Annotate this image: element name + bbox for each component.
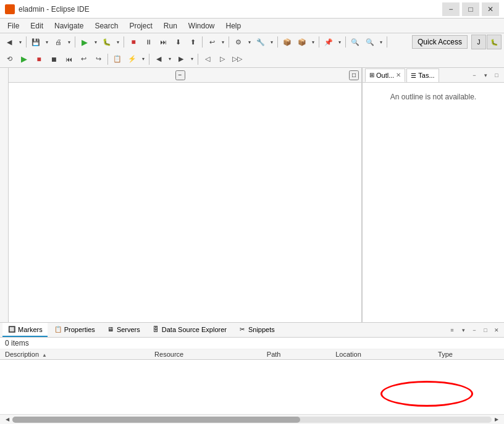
tb2-lightning-arrow[interactable]: ▾ — [140, 52, 146, 66]
quick-access-button[interactable]: Quick Access — [412, 35, 468, 49]
tb2-nav-right-arrow[interactable]: ▾ — [189, 52, 195, 66]
tb2-nav-right-btn[interactable]: ▶ — [174, 52, 188, 66]
scrollbar-area: ◀ ▶ — [0, 414, 504, 424]
minimize-button[interactable]: − — [442, 2, 460, 16]
tab-markers[interactable]: 🔲 Markers — [2, 323, 48, 337]
menu-edit[interactable]: Edit — [25, 19, 48, 33]
snippets-tab-label: Snippets — [248, 326, 275, 333]
panel-minimize-btn[interactable]: − — [469, 70, 479, 80]
tb-package-btn[interactable]: 📦 — [280, 35, 294, 49]
tb-tools-arrow[interactable]: ▾ — [269, 35, 275, 49]
tb2-stop2-btn[interactable]: ⏹ — [47, 52, 61, 66]
tb-settings-btn[interactable]: ⚙ — [232, 35, 245, 49]
bottom-chevron-btn[interactable]: ▾ — [458, 325, 468, 335]
col-location-label: Location — [335, 351, 361, 358]
sep9 — [387, 36, 387, 48]
bottom-close-btn[interactable]: ✕ — [492, 325, 502, 335]
tb2-undo-btn[interactable]: ↩ — [77, 52, 90, 66]
col-description[interactable]: Description ▲ — [0, 349, 149, 360]
menu-window[interactable]: Window — [183, 19, 220, 33]
panel-chevron-btn[interactable]: ▾ — [481, 70, 490, 80]
tb-search-btn[interactable]: 🔍 — [348, 35, 362, 49]
tb-package2-btn[interactable]: 📦 — [295, 35, 309, 49]
tb-step-into-btn[interactable]: ⬇ — [171, 35, 185, 49]
tb-settings-arrow[interactable]: ▾ — [246, 35, 253, 49]
tb2-redo-btn[interactable]: ↪ — [91, 52, 105, 66]
tb-search-arrow[interactable]: ▾ — [378, 35, 384, 49]
tab-snippets[interactable]: ✂ Snippets — [233, 323, 280, 337]
menu-file[interactable]: File — [2, 19, 24, 33]
menu-help[interactable]: Help — [221, 19, 246, 33]
tb-debug-arrow[interactable]: ▾ — [115, 35, 121, 49]
tab-servers[interactable]: 🖥 Servers — [101, 323, 145, 337]
editor-content[interactable] — [9, 83, 361, 322]
tb-back-btn[interactable]: ◀ — [2, 35, 16, 49]
tb2-nav-left-arrow[interactable]: ▾ — [167, 52, 173, 66]
sep12 — [198, 54, 198, 65]
tb-pause-btn[interactable]: ⏸ — [141, 35, 155, 49]
tb-refresh-arrow[interactable]: ▾ — [220, 35, 226, 49]
perspective-debug-btn[interactable]: 🐛 — [487, 35, 502, 49]
editor-minimize-button[interactable]: − — [175, 70, 185, 80]
tb-print-btn[interactable]: 🖨 — [51, 35, 65, 49]
bottom-maximize-btn[interactable]: □ — [481, 325, 490, 335]
tb-run-arrow[interactable]: ▾ — [93, 35, 99, 49]
col-description-label: Description — [5, 351, 39, 358]
horizontal-scrollbar[interactable] — [12, 417, 492, 423]
tab-tasks[interactable]: ☰ Tas... — [406, 69, 439, 82]
tab-outline[interactable]: ⊞ Outl... ✕ — [365, 69, 405, 82]
menu-run[interactable]: Run — [159, 19, 182, 33]
sep11 — [149, 54, 149, 65]
tb2-sync-btn[interactable]: ⟲ — [2, 52, 16, 66]
tb-tools-btn[interactable]: 🔧 — [254, 35, 267, 49]
servers-tab-label: Servers — [117, 326, 140, 333]
tb-pin-btn[interactable]: 📌 — [322, 35, 335, 49]
perspective-java-btn[interactable]: J — [471, 35, 486, 49]
tb-run-btn[interactable]: ▶ — [78, 35, 91, 49]
menu-search[interactable]: Search — [90, 19, 123, 33]
tb2-forward2-btn[interactable]: ▷▷ — [230, 52, 244, 66]
sep6 — [277, 36, 278, 48]
tb-stop-btn[interactable]: ■ — [127, 35, 140, 49]
tb2-nav-left-btn[interactable]: ◀ — [152, 52, 166, 66]
tasks-tab-label: Tas... — [418, 72, 434, 79]
tb2-stop-btn[interactable]: ■ — [32, 52, 46, 66]
perspective-buttons: J 🐛 — [471, 35, 502, 49]
menu-project[interactable]: Project — [124, 19, 157, 33]
tb2-forward-btn[interactable]: ▷ — [216, 52, 229, 66]
editor-maximize-button[interactable]: □ — [349, 70, 359, 80]
tb-save-btn[interactable]: 💾 — [29, 35, 43, 49]
panel-maximize-btn[interactable]: □ — [492, 70, 502, 80]
tb-search2-btn[interactable]: 🔍 — [363, 35, 377, 49]
tb2-lightning-btn[interactable]: ⚡ — [125, 52, 139, 66]
menu-navigate[interactable]: Navigate — [49, 19, 88, 33]
bottom-filter-btn[interactable]: ≡ — [447, 325, 457, 335]
restore-button[interactable]: □ — [462, 2, 479, 16]
tab-data-source[interactable]: 🗄 Data Source Explorer — [146, 323, 232, 337]
bottom-minimize-btn[interactable]: − — [469, 325, 479, 335]
scroll-left-arrow[interactable]: ◀ — [2, 415, 12, 425]
tb-package-arrow[interactable]: ▾ — [310, 35, 316, 49]
tb-print-arrow[interactable]: ▾ — [66, 35, 72, 49]
close-button[interactable]: ✕ — [482, 2, 499, 16]
tb-step-over-btn[interactable]: ⏭ — [156, 35, 170, 49]
tb-step-return-btn[interactable]: ⬆ — [186, 35, 200, 49]
col-location[interactable]: Location — [330, 349, 433, 360]
tab-properties[interactable]: 📋 Properties — [49, 323, 100, 337]
outline-tab-close[interactable]: ✕ — [396, 72, 401, 78]
tb-back-arrow[interactable]: ▾ — [17, 35, 23, 49]
tb-debug-btn[interactable]: 🐛 — [100, 35, 114, 49]
col-type[interactable]: Type — [433, 349, 504, 360]
scroll-right-arrow[interactable]: ▶ — [492, 415, 502, 425]
scroll-thumb[interactable] — [12, 417, 300, 423]
col-resource[interactable]: Resource — [149, 349, 262, 360]
tb2-play-btn[interactable]: ▶ — [17, 52, 31, 66]
tb2-back-btn[interactable]: ◁ — [201, 52, 214, 66]
tb-refresh-btn[interactable]: ↩ — [205, 35, 219, 49]
toolbar-row2: ⟲ ▶ ■ ⏹ ⏮ ↩ ↪ 📋 ⚡ ▾ ◀ ▾ ▶ ▾ ◁ ▷ ▷▷ — [0, 51, 504, 67]
tb2-rewind-btn[interactable]: ⏮ — [62, 52, 75, 66]
tb-pin-arrow[interactable]: ▾ — [337, 35, 343, 49]
tb2-paste-btn[interactable]: 📋 — [111, 52, 124, 66]
tb-save-arrow[interactable]: ▾ — [44, 35, 50, 49]
col-path[interactable]: Path — [262, 349, 330, 360]
